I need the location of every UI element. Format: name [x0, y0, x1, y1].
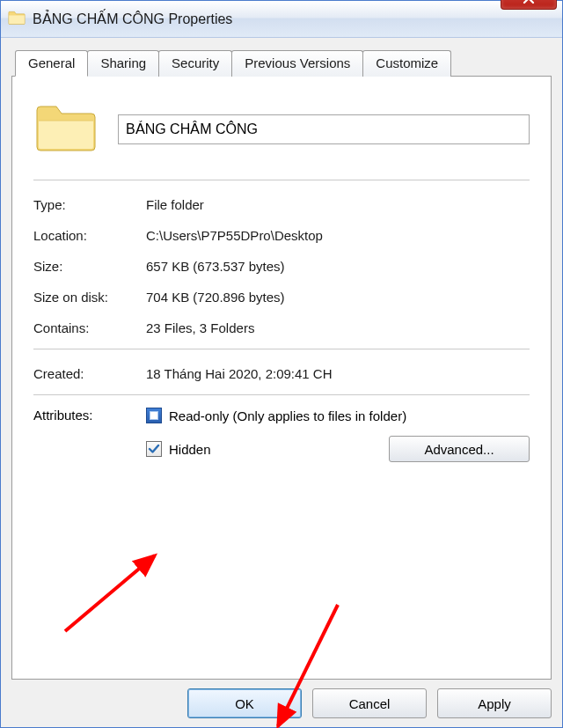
- hidden-label: Hidden: [169, 442, 211, 457]
- ok-button[interactable]: OK: [187, 688, 302, 718]
- value-created: 18 Tháng Hai 2020, 2:09:41 CH: [146, 366, 530, 381]
- label-size-on-disk: Size on disk:: [33, 290, 146, 305]
- apply-button[interactable]: Apply: [437, 688, 552, 718]
- name-row: [33, 92, 530, 174]
- folder-large-icon: [33, 101, 99, 157]
- tab-strip: General Sharing Security Previous Versio…: [11, 50, 552, 77]
- svg-line-0: [65, 555, 155, 631]
- readonly-label: Read-only (Only applies to files in fold…: [169, 408, 406, 423]
- cancel-button[interactable]: Cancel: [312, 688, 427, 718]
- value-size: 657 KB (673.537 bytes): [146, 259, 530, 274]
- label-contains: Contains:: [33, 320, 146, 335]
- advanced-button[interactable]: Advanced...: [389, 436, 530, 462]
- attributes-section: Attributes: Read-only (Only applies to f…: [33, 404, 530, 462]
- folder-name-input[interactable]: [118, 114, 530, 144]
- label-location: Location:: [33, 228, 146, 243]
- separator: [33, 180, 530, 180]
- separator: [33, 394, 530, 395]
- label-created: Created:: [33, 366, 146, 381]
- label-size: Size:: [33, 259, 146, 274]
- folder-icon: [8, 10, 33, 28]
- readonly-checkbox[interactable]: [146, 408, 162, 423]
- label-type: Type:: [33, 197, 146, 212]
- close-button[interactable]: [501, 0, 557, 10]
- hidden-checkbox[interactable]: [146, 441, 162, 457]
- value-type: File folder: [146, 197, 530, 212]
- check-icon: [148, 443, 160, 455]
- value-contains: 23 Files, 3 Folders: [146, 320, 530, 335]
- tab-customize[interactable]: Customize: [362, 50, 451, 77]
- properties-table: Type: File folder Location: C:\Users\P7P…: [33, 189, 530, 343]
- annotation-arrow: [49, 543, 190, 649]
- value-location: C:\Users\P7P55DPro\Desktop: [146, 228, 530, 243]
- button-bar: OK Cancel Apply: [11, 680, 552, 718]
- tab-general[interactable]: General: [15, 50, 88, 77]
- label-attributes: Attributes:: [33, 404, 146, 462]
- separator: [33, 349, 530, 349]
- properties-window: BẢNG CHẤM CÔNG Properties General Sharin…: [0, 0, 563, 728]
- value-size-on-disk: 704 KB (720.896 bytes): [146, 290, 530, 305]
- titlebar: BẢNG CHẤM CÔNG Properties: [1, 1, 562, 38]
- tab-previous-versions[interactable]: Previous Versions: [231, 50, 363, 77]
- close-icon: [522, 0, 536, 4]
- window-title: BẢNG CHẤM CÔNG Properties: [33, 11, 501, 27]
- tab-sharing[interactable]: Sharing: [87, 50, 159, 77]
- client-area: General Sharing Security Previous Versio…: [1, 38, 562, 727]
- tab-security[interactable]: Security: [158, 50, 232, 77]
- tab-panel-general: Type: File folder Location: C:\Users\P7P…: [11, 76, 552, 680]
